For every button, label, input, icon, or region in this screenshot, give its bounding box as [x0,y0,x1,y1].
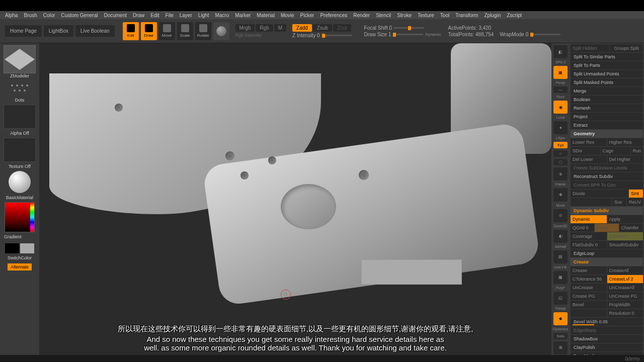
polyf-icon[interactable]: ▦ [553,271,568,284]
bevel-btn[interactable]: Bevel [571,301,607,309]
xpose-icon[interactable]: ⊞ [553,341,568,354]
wrap-mode-slider[interactable] [530,34,560,35]
menu-macro[interactable]: Macro [215,13,229,18]
menu-document[interactable]: Document [104,13,127,18]
menu-stencil[interactable]: Stencil [376,13,391,18]
linefill-icon[interactable]: ▤ [553,250,568,263]
solo-icon[interactable]: Solo [553,333,568,339]
frame-icon[interactable]: ※ [553,167,568,180]
crease-pg[interactable]: Crease PG [571,292,607,300]
smt[interactable]: Smt [629,190,643,198]
menu-marker[interactable]: Marker [235,13,251,18]
texture-slot[interactable] [4,138,36,162]
color-picker[interactable] [5,202,35,232]
edit-mode-button[interactable]: Edit [123,22,139,40]
crease-section[interactable]: Crease [571,258,643,266]
menu-movie[interactable]: Movie [281,13,294,18]
dynamic-subdiv-section[interactable]: Dynamic Subdiv [571,207,643,215]
smooth-subdiv[interactable]: SmoothSubdiv [607,241,643,249]
divide[interactable]: Divide [571,190,628,198]
transp-icon[interactable]: ◱ [553,292,568,305]
floor-icon[interactable]: — [553,86,568,93]
del-lower[interactable]: Del Lower [571,155,607,163]
sdiv[interactable]: SDiv [571,147,600,155]
menu-layer[interactable]: Layer [180,13,192,18]
fit-icon[interactable]: ◌ [553,159,568,165]
flat-subdiv[interactable]: FlatSubdiv 0 [571,241,607,249]
project[interactable]: Project [571,113,643,121]
zmodeler-tool[interactable] [4,45,36,73]
rotate-mode-button[interactable]: Rotate [195,22,211,40]
freeze-subdiv[interactable]: Freeze SubDivision Levels [571,164,643,172]
draw-size-slider[interactable] [393,34,423,35]
bpr-icon[interactable]: ◧ [553,45,568,58]
uncrease-pg[interactable]: UnCrease PG [607,292,643,300]
lsym-icon[interactable]: ✦ [553,121,568,134]
suv[interactable]: Suv [612,198,626,206]
menu-tool[interactable]: Tool [440,13,449,18]
edgeloop[interactable]: EdgeLoop [571,249,643,257]
alternate-button[interactable]: Alternate [8,263,32,270]
aahalf-icon[interactable]: ◐ [553,230,568,243]
crease-all[interactable]: CreaseAll [607,266,643,275]
center-icon[interactable]: ○ [553,150,568,157]
swatch-gray[interactable] [20,243,34,253]
move-mode-button[interactable]: Move [159,22,175,40]
ctolerance[interactable]: CTolerance 56 [571,275,607,283]
zoom-icon[interactable]: ⊙ [553,209,568,222]
menu-material[interactable]: Material [257,13,275,18]
menu-edit[interactable]: Edit [150,13,159,18]
edge-sharp[interactable]: EdgeSharp [571,326,643,334]
bevel-width-slider[interactable]: Bevel Width 0.05 [571,318,643,326]
swatch-black[interactable] [5,243,19,253]
qgrid[interactable]: QGrid 0 [571,224,594,232]
menu-picker[interactable]: Picker [300,13,314,18]
mrgb-button[interactable]: Mrgb [235,24,255,32]
reuv[interactable]: ReUV [627,198,643,206]
shadowbox[interactable]: ShadowBox [571,335,643,343]
menu-custom[interactable]: Custom General [61,13,98,18]
remesh[interactable]: Remesh [571,104,643,112]
split-unmasked[interactable]: Split Unmasked Points [571,70,643,78]
menu-stroke[interactable]: Stroke [397,13,412,18]
local-icon[interactable]: ◉ [553,101,568,114]
menu-zplugin[interactable]: Zplugin [484,13,501,18]
uncrease-all[interactable]: UnCreaseAll [607,284,643,292]
live-boolean-button[interactable]: Live Boolean [75,25,115,37]
extract[interactable]: Extract [571,121,643,129]
split-to-parts[interactable]: Split To Parts [571,61,643,69]
move-icon[interactable]: ✥ [553,188,568,201]
brush-dots-icon[interactable] [10,84,30,92]
menu-alpha[interactable]: Alpha [5,13,18,18]
scale-mode-button[interactable]: Scale [177,22,193,40]
del-higher[interactable]: Del Higher [607,155,643,163]
lower-res[interactable]: Lower Res [571,138,607,146]
menu-transform[interactable]: Transform [455,13,478,18]
coverage[interactable]: Coverage [571,232,607,240]
focal-shift-slider[interactable] [394,27,424,29]
material-preview[interactable] [213,22,229,40]
menu-brush[interactable]: Brush [24,13,37,18]
viewport[interactable]: 所以现在这些技术你可以得到一些非常有趣的硬表面细节,以及一些更有机的圆形细节,谢… [39,43,551,362]
geometry-section[interactable]: Geometry [571,130,643,138]
reconstruct-subdiv[interactable]: Reconstruct Subdiv [571,172,643,180]
split-hidden[interactable]: Split Hidden [571,44,609,52]
menu-draw[interactable]: Draw [133,13,144,18]
boolean[interactable]: Boolean [571,96,643,104]
merge[interactable]: Merge [571,87,643,95]
rgb-button[interactable]: Rgb [256,24,273,32]
menu-render[interactable]: Render [353,13,370,18]
groups-split-header[interactable]: Groups Split [610,44,643,52]
home-page-button[interactable]: Home Page [5,25,42,37]
claypolish[interactable]: ClayPolish [571,343,643,351]
crease-lvl[interactable]: CreaseLvl 2 [607,275,643,283]
constant[interactable]: Constant [607,232,643,240]
chamfer[interactable]: Chamfer [619,224,643,232]
zcut-button[interactable]: Zcut [333,24,351,32]
split-masked[interactable]: Split Masked Points [571,78,643,86]
z-intensity-slider[interactable] [322,35,352,36]
prop-width[interactable]: PropWidth [607,301,643,309]
dynamics-icon[interactable]: ◆ [553,312,568,325]
menu-texture[interactable]: Texture [418,13,434,18]
m-button[interactable]: M [274,24,286,32]
